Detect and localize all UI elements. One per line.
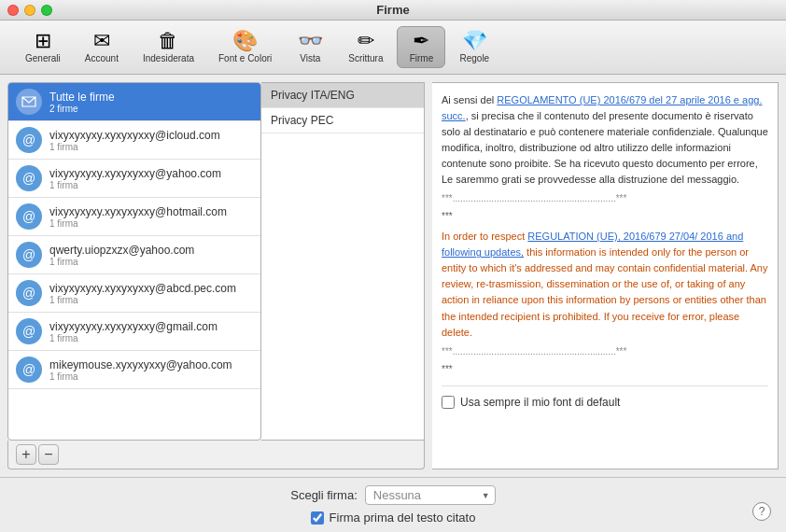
toolbar-regole[interactable]: 💎 Regole: [449, 26, 499, 68]
firme-icon: ✒: [413, 31, 429, 51]
preview-italian-link[interactable]: REGOLAMENTO (UE) 2016/679 del 27 aprile …: [442, 94, 762, 121]
vista-label: Vista: [300, 53, 320, 63]
toolbar-indesiderata[interactable]: 🗑 Indesiderata: [133, 26, 204, 68]
account-email: vixyxyxyxy.xyxyxyxxy@hotmail.com: [49, 205, 253, 218]
vista-icon: 👓: [298, 31, 323, 51]
scegli-select-wrapper: Nessuna: [365, 485, 496, 505]
scrittura-label: Scrittura: [348, 53, 383, 63]
all-signatures-count: 2 firme: [49, 104, 253, 114]
account-text: vixyxyxyxy.xyxyxyxxy@abcd.pec.com 1 firm…: [49, 282, 253, 305]
generali-label: Generali: [25, 53, 61, 63]
window-title: Firme: [376, 3, 409, 17]
toolbar-generali[interactable]: ⊞ Generali: [15, 26, 71, 68]
account-email: vixyxyxyxy.xyxyxyxxy@abcd.pec.com: [49, 282, 253, 295]
toolbar: ⊞ Generali ✉ Account 🗑 Indesiderata 🎨 Fo…: [0, 21, 786, 75]
account-email: vixyxyxyxy.xyxyxyxxy@yahoo.com: [49, 167, 253, 180]
font-colori-icon: 🎨: [232, 31, 258, 51]
account-icon: @: [16, 280, 42, 306]
account-label: Account: [85, 53, 119, 63]
account-icon: @: [16, 242, 42, 268]
remove-button[interactable]: −: [38, 444, 59, 465]
account-email: mikeymouse.xyxyxyxxy@yahoo.com: [49, 358, 253, 371]
titlebar: Firme: [0, 0, 786, 21]
account-text: qwerty.uiopzxzx@yahoo.com 1 firma: [49, 244, 253, 267]
account-sub: 1 firma: [49, 333, 253, 343]
account-email: vixyxyxyxy.xyxyxyxxy@icloud.com: [49, 129, 253, 142]
account-item[interactable]: @ mikeymouse.xyxyxyxxy@yahoo.com 1 firma: [8, 351, 260, 389]
account-sub: 1 firma: [49, 371, 253, 382]
add-button[interactable]: +: [16, 444, 36, 465]
scrittura-icon: ✏: [358, 31, 374, 51]
scegli-row: Scegli firma: Nessuna: [290, 485, 496, 505]
regole-icon: 💎: [462, 31, 487, 51]
account-icon: @: [16, 318, 42, 344]
preview-separator-1: ***.....................................…: [442, 191, 768, 205]
account-icon: ✉: [93, 31, 110, 51]
indesiderata-icon: 🗑: [158, 31, 178, 51]
signatures-panel[interactable]: Privacy ITA/ENG Privacy PEC: [261, 82, 425, 441]
preview-footnote-2: ***: [442, 362, 768, 376]
preview-english-text: In order to respect REGULATION (UE), 201…: [442, 229, 768, 340]
divider: [425, 82, 432, 469]
account-item[interactable]: @ vixyxyxyxy.xyxyxyxxy@yahoo.com 1 firma: [8, 160, 260, 198]
maximize-button[interactable]: [41, 5, 52, 16]
firma-checkbox-row: Firma prima del testo citato: [311, 511, 476, 525]
bottom-bar: Scegli firma: Nessuna Firma prima del te…: [0, 477, 786, 532]
signature-label: Privacy PEC: [271, 114, 333, 127]
toolbar-scrittura[interactable]: ✏ Scrittura: [338, 26, 393, 68]
generali-icon: ⊞: [35, 31, 51, 51]
accounts-panel[interactable]: Tutte le firme 2 firme @ vixyxyxyxy.xyxy…: [7, 82, 261, 441]
preview-italian-text: Ai sensi del REGOLAMENTO (UE) 2016/679 d…: [442, 92, 768, 188]
account-text: vixyxyxyxy.xyxyxyxxy@hotmail.com 1 firma: [49, 205, 253, 229]
account-item[interactable]: @ vixyxyxyxy.xyxyxyxxy@hotmail.com 1 fir…: [8, 198, 260, 236]
account-sub: 1 firma: [49, 142, 253, 152]
firme-label: Firme: [410, 53, 434, 63]
toolbar-account[interactable]: ✉ Account: [75, 26, 129, 68]
add-remove-bar: + −: [7, 441, 425, 469]
account-item[interactable]: @ vixyxyxyxy.xyxyxyxxy@abcd.pec.com 1 fi…: [8, 274, 260, 313]
default-font-checkbox[interactable]: [442, 396, 455, 409]
account-sub: 1 firma: [49, 180, 253, 190]
indesiderata-label: Indesiderata: [143, 53, 194, 63]
preview-english-link[interactable]: REGULATION (UE), 2016/679 27/04/ 2016 an…: [442, 231, 743, 258]
all-signatures-icon: [16, 89, 42, 115]
preview-separator-2: ***.....................................…: [442, 344, 768, 358]
account-icon: @: [16, 127, 42, 153]
scegli-label: Scegli firma:: [290, 488, 358, 502]
account-item[interactable]: @ qwerty.uiopzxzx@yahoo.com 1 firma: [8, 236, 260, 274]
account-text: vixyxyxyxy.xyxyxyxxy@yahoo.com 1 firma: [49, 167, 253, 190]
account-sub: 1 firma: [49, 218, 253, 229]
minimize-button[interactable]: [24, 5, 35, 16]
help-button[interactable]: ?: [752, 502, 771, 521]
toolbar-font-colori[interactable]: 🎨 Font e Colori: [208, 26, 282, 68]
all-signatures-text: Tutte le firme 2 firme: [49, 91, 253, 114]
account-icon: @: [16, 357, 42, 383]
regole-label: Regole: [459, 53, 489, 63]
account-item[interactable]: @ vixyxyxyxy.xyxyxyxxy@icloud.com 1 firm…: [8, 121, 260, 160]
window-controls: [7, 5, 52, 16]
account-email: qwerty.uiopzxzx@yahoo.com: [49, 244, 253, 257]
firma-checkbox[interactable]: [311, 511, 324, 525]
signature-label: Privacy ITA/ENG: [271, 89, 355, 102]
account-text: vixyxyxyxy.xyxyxyxxy@icloud.com 1 firma: [49, 129, 253, 152]
account-sub: 1 firma: [49, 257, 253, 267]
account-email: vixyxyxyxy.xyxyxyxxy@gmail.com: [49, 320, 253, 333]
font-colori-label: Font e Colori: [218, 53, 272, 63]
main-content: Tutte le firme 2 firme @ vixyxyxyxy.xyxy…: [0, 75, 786, 477]
toolbar-firme[interactable]: ✒ Firme: [397, 26, 445, 68]
account-text: vixyxyxyxy.xyxyxyxxy@gmail.com 1 firma: [49, 320, 253, 343]
signature-item[interactable]: Privacy PEC: [261, 108, 424, 133]
left-panels: Tutte le firme 2 firme @ vixyxyxyxy.xyxy…: [7, 82, 425, 441]
scegli-select[interactable]: Nessuna: [365, 485, 496, 505]
signature-item[interactable]: Privacy ITA/ENG: [261, 83, 424, 108]
account-icon: @: [16, 165, 42, 191]
all-signatures-item[interactable]: Tutte le firme 2 firme: [8, 83, 260, 121]
default-font-row: Usa sempre il mio font di default: [442, 385, 768, 411]
toolbar-vista[interactable]: 👓 Vista: [286, 26, 334, 68]
default-font-label: Usa sempre il mio font di default: [460, 394, 620, 411]
account-item[interactable]: @ vixyxyxyxy.xyxyxyxxy@gmail.com 1 firma: [8, 313, 260, 351]
all-signatures-name: Tutte le firme: [49, 91, 253, 104]
left-column: Tutte le firme 2 firme @ vixyxyxyxy.xyxy…: [7, 82, 425, 469]
close-button[interactable]: [7, 5, 19, 16]
preview-footnote-1: ***: [442, 209, 768, 223]
